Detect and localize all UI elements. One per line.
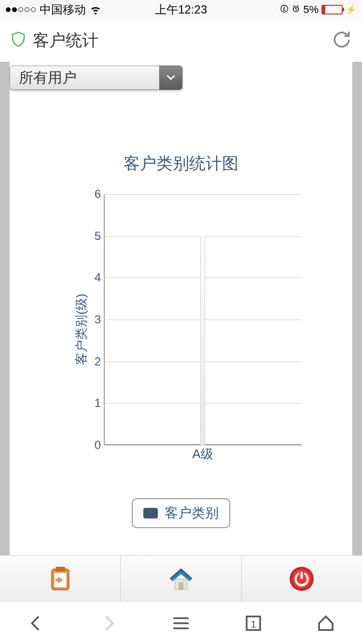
battery-percent: 5% <box>303 3 319 16</box>
chart-plot: 客户类别(级) 0123456A级 <box>60 194 302 464</box>
app-header: 客户统计 <box>0 19 362 62</box>
y-tick-label: 2 <box>89 355 101 368</box>
y-tick-label: 5 <box>89 229 101 243</box>
nav-forward-button[interactable] <box>72 602 145 644</box>
y-axis-label: 客户类别(级) <box>73 294 90 364</box>
legend-swatch <box>143 508 158 518</box>
battery-icon <box>321 5 343 14</box>
browser-nav: 1 <box>0 602 362 644</box>
charging-icon: ⚡ <box>346 4 356 15</box>
alarm-icon <box>292 3 300 16</box>
home-button[interactable] <box>121 556 241 602</box>
back-clipboard-button[interactable] <box>0 556 121 602</box>
user-filter-dropdown[interactable]: 所有用户 <box>10 66 182 90</box>
content-area: 所有用户 客户类别统计图 客户类别(级) 0123456A级 客户类别 客户贡献… <box>0 62 362 555</box>
rotation-lock-icon <box>280 3 289 16</box>
status-time: 上午12:23 <box>155 2 207 17</box>
chart-bar <box>200 236 205 445</box>
chart-title: 客户类别统计图 <box>10 153 352 175</box>
nav-menu-button[interactable] <box>145 602 217 644</box>
carrier-label: 中国移动 <box>40 2 86 17</box>
signal-strength-icon <box>6 7 36 12</box>
toolbar <box>0 555 362 602</box>
status-right: 5% ⚡ <box>280 3 356 16</box>
y-tick-label: 3 <box>89 313 101 326</box>
y-tick-label: 6 <box>89 187 101 201</box>
y-tick-label: 4 <box>89 271 101 284</box>
svg-rect-6 <box>179 582 183 589</box>
nav-home-button[interactable] <box>290 602 362 644</box>
y-tick-label: 1 <box>89 396 101 410</box>
power-button[interactable] <box>242 556 362 602</box>
svg-text:1: 1 <box>251 618 256 629</box>
chart-legend: 客户类别 <box>132 498 230 528</box>
dropdown-selected-label: 所有用户 <box>10 66 159 90</box>
page-title: 客户统计 <box>33 29 98 52</box>
x-tick-label: A级 <box>192 446 213 462</box>
nav-tabs-button[interactable]: 1 <box>217 602 290 644</box>
gridline <box>104 194 302 195</box>
y-tick-label: 0 <box>89 438 101 452</box>
chevron-down-icon <box>159 66 182 90</box>
wifi-icon <box>90 4 101 15</box>
svg-rect-3 <box>56 567 65 572</box>
status-left: 中国移动 <box>6 2 101 17</box>
shield-icon <box>10 31 27 50</box>
status-bar: 中国移动 上午12:23 5% ⚡ <box>0 0 362 19</box>
legend-label: 客户类别 <box>165 504 219 522</box>
nav-back-button[interactable] <box>0 602 72 644</box>
refresh-button[interactable] <box>331 29 352 52</box>
